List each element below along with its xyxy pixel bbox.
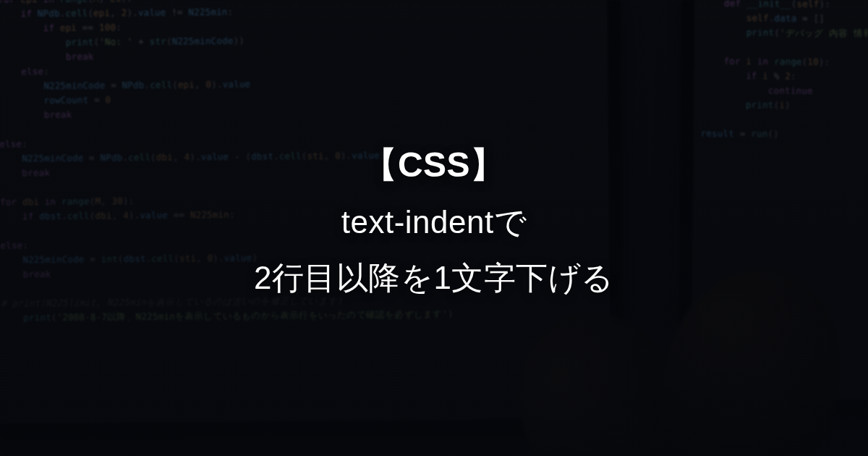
title-line-2: text-indentで bbox=[341, 201, 527, 244]
title-container: 【CSS】 text-indentで 2行目以降を1文字下げる bbox=[0, 0, 868, 456]
title-line-3: 2行目以降を1文字下げる bbox=[254, 257, 614, 300]
title-line-1: 【CSS】 bbox=[362, 142, 505, 188]
